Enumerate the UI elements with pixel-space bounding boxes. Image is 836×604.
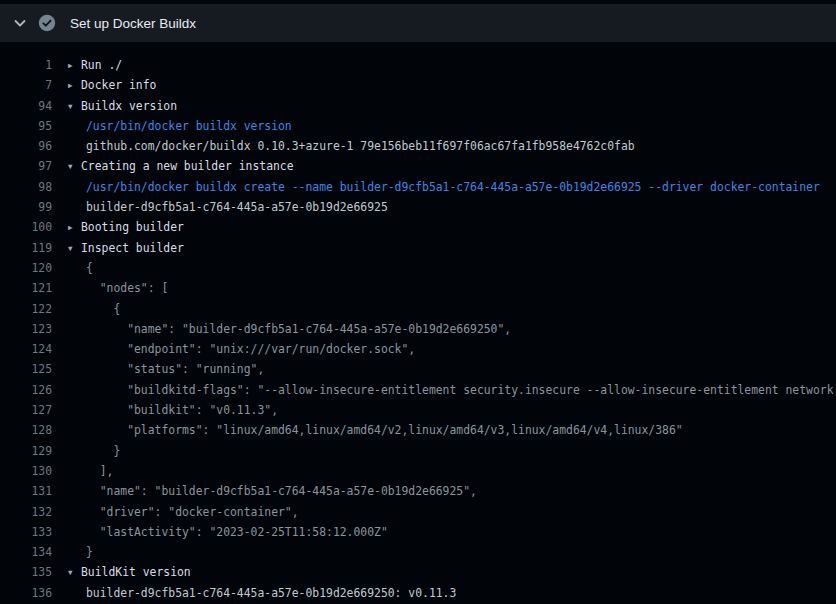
triangle-collapsed-icon[interactable]: ▶: [68, 218, 81, 237]
log-line: 134}: [0, 542, 836, 562]
group-header[interactable]: ▼Creating a new builder instance: [68, 156, 294, 176]
group-title: Inspect builder: [81, 241, 184, 255]
log-text-cell: "buildkit": "v0.11.3",: [68, 400, 278, 420]
line-number[interactable]: 126: [0, 380, 52, 400]
group-title: Run ./: [81, 58, 122, 72]
line-number[interactable]: 129: [0, 441, 52, 461]
log-text: "nodes": [: [86, 281, 168, 295]
line-number[interactable]: 119: [0, 238, 52, 258]
group-header[interactable]: ▼Buildx version: [68, 96, 177, 116]
line-number[interactable]: 123: [0, 319, 52, 339]
log-line: 125 "status": "running",: [0, 359, 836, 379]
line-number[interactable]: 134: [0, 542, 52, 562]
step-title: Set up Docker Buildx: [70, 16, 196, 31]
log-line: 7▶Docker info: [0, 75, 836, 95]
line-number[interactable]: 135: [0, 562, 52, 582]
triangle-expanded-icon[interactable]: ▼: [68, 157, 81, 176]
triangle-collapsed-icon[interactable]: ▶: [68, 76, 81, 95]
check-circle-icon: [38, 14, 56, 32]
line-number[interactable]: 94: [0, 96, 52, 116]
log-line: 98/usr/bin/docker buildx create --name b…: [0, 177, 836, 197]
log-line: 119▼Inspect builder: [0, 238, 836, 258]
log-text-cell: ],: [68, 461, 113, 481]
group-header[interactable]: ▶Run ./: [68, 55, 122, 75]
log-line: 121 "nodes": [: [0, 278, 836, 298]
step-header[interactable]: Set up Docker Buildx: [0, 4, 836, 42]
line-number[interactable]: 131: [0, 481, 52, 501]
log-text: builder-d9cfb5a1-c764-445a-a57e-0b19d2e6…: [86, 200, 388, 214]
log-viewer: Set up Docker Buildx 1▶Run ./7▶Docker in…: [0, 0, 836, 604]
log-line: 130 ],: [0, 461, 836, 481]
triangle-expanded-icon[interactable]: ▼: [68, 239, 81, 258]
log-line: 1▶Run ./: [0, 55, 836, 75]
line-number[interactable]: 136: [0, 583, 52, 603]
log-text-cell: builder-d9cfb5a1-c764-445a-a57e-0b19d2e6…: [68, 197, 388, 217]
log-text: "name": "builder-d9cfb5a1-c764-445a-a57e…: [86, 484, 477, 498]
line-number[interactable]: 125: [0, 359, 52, 379]
line-number[interactable]: 97: [0, 156, 52, 176]
line-number[interactable]: 133: [0, 522, 52, 542]
log-text-cell: github.com/docker/buildx 0.10.3+azure-1 …: [68, 136, 635, 156]
log-text-cell: /usr/bin/docker buildx create --name bui…: [68, 177, 820, 197]
line-number[interactable]: 96: [0, 136, 52, 156]
line-number[interactable]: 128: [0, 420, 52, 440]
group-title: BuildKit version: [81, 565, 191, 579]
group-title: Booting builder: [81, 220, 184, 234]
log-line: 133 "lastActivity": "2023-02-25T11:58:12…: [0, 522, 836, 542]
log-text: "name": "builder-d9cfb5a1-c764-445a-a57e…: [86, 322, 511, 336]
log-text: }: [86, 444, 120, 458]
line-number[interactable]: 124: [0, 339, 52, 359]
log-text-cell: "name": "builder-d9cfb5a1-c764-445a-a57e…: [68, 481, 477, 501]
log-line: 94▼Buildx version: [0, 96, 836, 116]
group-title: Buildx version: [81, 99, 177, 113]
line-number[interactable]: 95: [0, 116, 52, 136]
log-text-cell: }: [68, 542, 93, 562]
line-number[interactable]: 120: [0, 258, 52, 278]
triangle-expanded-icon[interactable]: ▼: [68, 97, 81, 116]
log-text-cell: "buildkitd-flags": "--allow-insecure-ent…: [68, 380, 836, 400]
log-line: 135▼BuildKit version: [0, 562, 836, 582]
log-text: "platforms": "linux/amd64,linux/amd64/v2…: [86, 423, 683, 437]
group-header[interactable]: ▼BuildKit version: [68, 562, 191, 582]
log-line: 99builder-d9cfb5a1-c764-445a-a57e-0b19d2…: [0, 197, 836, 217]
log-text-cell: {: [68, 299, 120, 319]
log-line: 124 "endpoint": "unix:///var/run/docker.…: [0, 339, 836, 359]
line-number[interactable]: 7: [0, 75, 52, 95]
log-line: 97▼Creating a new builder instance: [0, 156, 836, 176]
line-number[interactable]: 121: [0, 278, 52, 298]
log-text: "status": "running",: [86, 362, 264, 376]
log-line: 129 }: [0, 441, 836, 461]
log-text: "buildkitd-flags": "--allow-insecure-ent…: [86, 383, 836, 397]
log-text: {: [86, 302, 120, 316]
log-text: "lastActivity": "2023-02-25T11:58:12.000…: [86, 525, 388, 539]
line-number[interactable]: 99: [0, 197, 52, 217]
log-text: /usr/bin/docker buildx version: [86, 119, 292, 133]
triangle-collapsed-icon[interactable]: ▶: [68, 56, 81, 75]
log-text-cell: builder-d9cfb5a1-c764-445a-a57e-0b19d2e6…: [68, 583, 456, 603]
group-header[interactable]: ▶Docker info: [68, 75, 156, 95]
log-text: github.com/docker/buildx 0.10.3+azure-1 …: [86, 139, 635, 153]
log-line: 127 "buildkit": "v0.11.3",: [0, 400, 836, 420]
group-header[interactable]: ▶Booting builder: [68, 217, 184, 237]
log-text-cell: {: [68, 258, 93, 278]
log-line: 123 "name": "builder-d9cfb5a1-c764-445a-…: [0, 319, 836, 339]
line-number[interactable]: 122: [0, 299, 52, 319]
line-number[interactable]: 127: [0, 400, 52, 420]
chevron-down-icon[interactable]: [12, 15, 28, 31]
log-text-cell: /usr/bin/docker buildx version: [68, 116, 292, 136]
group-header[interactable]: ▼Inspect builder: [68, 238, 184, 258]
log-line: 122 {: [0, 299, 836, 319]
log-line: 132 "driver": "docker-container",: [0, 502, 836, 522]
line-number[interactable]: 100: [0, 217, 52, 237]
log-line: 96github.com/docker/buildx 0.10.3+azure-…: [0, 136, 836, 156]
log-text: "buildkit": "v0.11.3",: [86, 403, 278, 417]
log-line: 126 "buildkitd-flags": "--allow-insecure…: [0, 380, 836, 400]
line-number[interactable]: 98: [0, 177, 52, 197]
triangle-expanded-icon[interactable]: ▼: [68, 563, 81, 582]
line-number[interactable]: 132: [0, 502, 52, 522]
log-text: "driver": "docker-container",: [86, 505, 299, 519]
log-text: /usr/bin/docker buildx create --name bui…: [86, 180, 820, 194]
log-line: 95/usr/bin/docker buildx version: [0, 116, 836, 136]
line-number[interactable]: 1: [0, 55, 52, 75]
line-number[interactable]: 130: [0, 461, 52, 481]
